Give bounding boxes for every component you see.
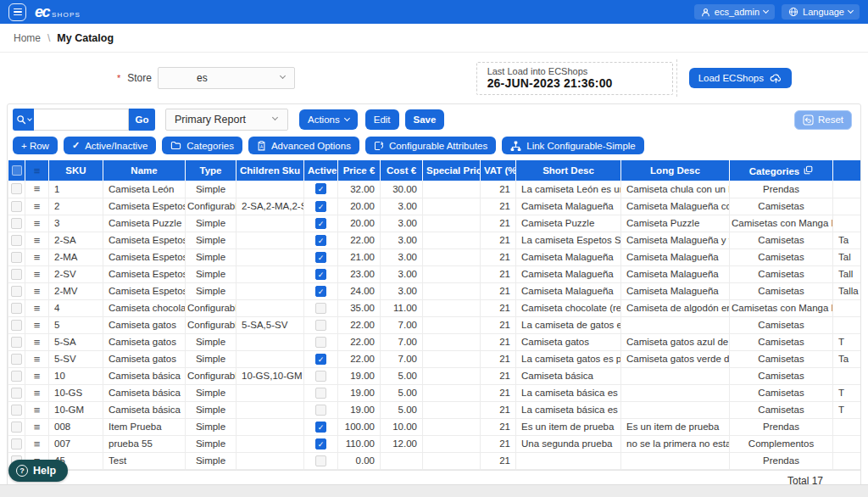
cell-attr[interactable] — [833, 181, 861, 198]
cell-cost[interactable]: 30.00 — [381, 181, 423, 198]
cell-special_price[interactable] — [423, 435, 481, 452]
action-button-configurable-attributes[interactable]: Configurable Attributes — [365, 137, 496, 154]
row-grip-icon[interactable]: ≡ — [34, 251, 41, 264]
cell-long_desc[interactable] — [621, 452, 730, 469]
active-checkbox[interactable] — [315, 337, 326, 348]
cell-special_price[interactable] — [423, 367, 481, 384]
row-grip-icon[interactable]: ≡ — [34, 404, 41, 416]
cell-children_sku[interactable] — [236, 384, 304, 401]
user-menu-button[interactable]: ecs_admin — [694, 4, 775, 20]
cell-type[interactable]: Simple — [186, 452, 236, 469]
cell-attr[interactable] — [833, 435, 861, 452]
row-grip-icon[interactable]: ≡ — [34, 234, 41, 247]
cell-special_price[interactable] — [423, 384, 481, 401]
cell-vat[interactable]: 21 — [481, 198, 516, 215]
col-header-sku[interactable]: SKU — [49, 160, 103, 181]
cell-price[interactable]: 35.00 — [338, 299, 381, 316]
cell-children_sku[interactable] — [236, 299, 304, 316]
cell-type[interactable]: Configurable — [186, 316, 236, 333]
row-select-checkbox[interactable] — [11, 201, 22, 212]
active-checkbox[interactable] — [315, 371, 326, 382]
report-select[interactable]: Primary Report — [165, 109, 288, 131]
cell-sku[interactable]: 008 — [49, 418, 103, 435]
cell-price[interactable]: 0.00 — [338, 452, 381, 469]
cell-vat[interactable]: 21 — [481, 248, 516, 265]
col-header-categories[interactable]: Categories — [730, 160, 833, 181]
cell-name[interactable]: Camiseta Espetos S ... — [103, 265, 186, 282]
cell-sku[interactable]: 5-SV — [49, 350, 103, 367]
cell-special_price[interactable] — [423, 282, 481, 299]
cell-price[interactable]: 100.00 — [338, 418, 381, 435]
row-select-checkbox[interactable] — [11, 388, 22, 399]
active-checkbox[interactable]: ✓ — [315, 252, 326, 263]
cell-special_price[interactable] — [423, 350, 481, 367]
active-checkbox[interactable] — [315, 320, 326, 331]
cell-categories[interactable]: Camisetas — [730, 384, 833, 401]
cell-children_sku[interactable]: 2-SA,2-MA,2-SV,... — [236, 198, 304, 215]
active-checkbox[interactable]: ✓ — [315, 354, 326, 365]
store-select[interactable]: es — [158, 67, 295, 89]
active-checkbox[interactable] — [315, 405, 326, 416]
actions-button[interactable]: Actions — [299, 109, 358, 130]
cell-name[interactable]: prueba 55 — [103, 435, 186, 452]
cell-name[interactable]: Camiseta León — [103, 181, 186, 198]
cell-children_sku[interactable] — [236, 435, 304, 452]
cell-price[interactable]: 24.00 — [338, 282, 381, 299]
cell-attr[interactable] — [833, 316, 861, 333]
cell-vat[interactable]: 21 — [481, 265, 516, 282]
cell-price[interactable]: 19.00 — [338, 384, 381, 401]
row-grip-icon[interactable]: ≡ — [34, 285, 41, 298]
cell-cost[interactable]: 3.00 — [381, 198, 423, 215]
cell-type[interactable]: Simple — [186, 232, 236, 248]
row-grip-icon[interactable]: ≡ — [34, 319, 41, 332]
cell-vat[interactable]: 21 — [481, 232, 516, 248]
row-grip-icon[interactable]: ≡ — [34, 182, 41, 195]
reset-button[interactable]: Reset — [794, 110, 852, 130]
cell-cost[interactable]: 7.00 — [381, 316, 423, 333]
cell-categories[interactable]: Camisetas con Manga Larga — [730, 299, 833, 316]
cell-name[interactable]: Camiseta gatos — [103, 350, 186, 367]
cell-vat[interactable]: 21 — [481, 418, 516, 435]
cell-price[interactable]: 32.00 — [338, 181, 381, 198]
cell-vat[interactable]: 21 — [481, 350, 516, 367]
cell-price[interactable]: 20.00 — [338, 198, 381, 215]
cell-long_desc[interactable]: Camiseta gatos verde de algo... — [621, 350, 730, 367]
row-select-checkbox[interactable] — [11, 405, 22, 416]
row-grip-icon[interactable]: ≡ — [34, 421, 41, 433]
cell-attr[interactable] — [833, 215, 861, 232]
cell-short_desc[interactable]: Camiseta básica — [516, 367, 621, 384]
cell-short_desc[interactable]: Camiseta Malagueña — [516, 282, 621, 299]
cell-type[interactable]: Configurable — [186, 367, 236, 384]
cell-children_sku[interactable] — [236, 248, 304, 265]
cell-cost[interactable]: 3.00 — [381, 232, 423, 248]
cell-short_desc[interactable] — [516, 452, 621, 469]
action-button-row[interactable]: + Row — [13, 137, 58, 154]
row-select-checkbox[interactable] — [11, 252, 22, 263]
save-button[interactable]: Save — [405, 109, 445, 130]
cell-short_desc[interactable]: La camiseta Espetos Sardinas ... — [516, 232, 621, 248]
cell-children_sku[interactable] — [236, 401, 304, 418]
cell-short_desc[interactable]: Camiseta Malagueña — [516, 198, 621, 215]
cell-cost[interactable]: 3.00 — [381, 282, 423, 299]
cell-long_desc[interactable]: Camiseta Malagueña — [621, 265, 730, 282]
row-select-checkbox[interactable] — [11, 269, 22, 280]
col-header-cost[interactable]: Cost € — [381, 160, 423, 181]
cell-attr[interactable]: Tall — [833, 265, 861, 282]
action-button-link-configurable-simple[interactable]: Link Configurable-Simple — [502, 137, 643, 154]
cell-special_price[interactable] — [423, 248, 481, 265]
row-grip-icon[interactable]: ≡ — [34, 387, 41, 399]
cell-long_desc[interactable]: Camiseta Malagueña — [621, 248, 730, 265]
cell-long_desc[interactable]: no se la primera no esta ayud... — [621, 435, 730, 452]
cell-price[interactable]: 22.00 — [338, 232, 381, 248]
cell-short_desc[interactable]: Camiseta Malagueña — [516, 248, 621, 265]
cell-short_desc[interactable]: La camiseta gatos es perfecta... — [516, 350, 621, 367]
cell-name[interactable]: Item Prueba — [103, 418, 186, 435]
row-grip-icon[interactable]: ≡ — [34, 200, 41, 213]
search-input[interactable] — [34, 109, 129, 131]
cell-short_desc[interactable]: La camiseta de gatos es una p... — [516, 316, 621, 333]
cell-categories[interactable]: Prendas — [730, 181, 833, 198]
cell-long_desc[interactable]: Camiseta gatos azul de algodón — [621, 333, 730, 350]
cell-type[interactable]: Simple — [186, 384, 236, 401]
cell-name[interactable]: Camiseta Espetos Sa... — [103, 232, 186, 248]
cell-special_price[interactable] — [423, 215, 481, 232]
